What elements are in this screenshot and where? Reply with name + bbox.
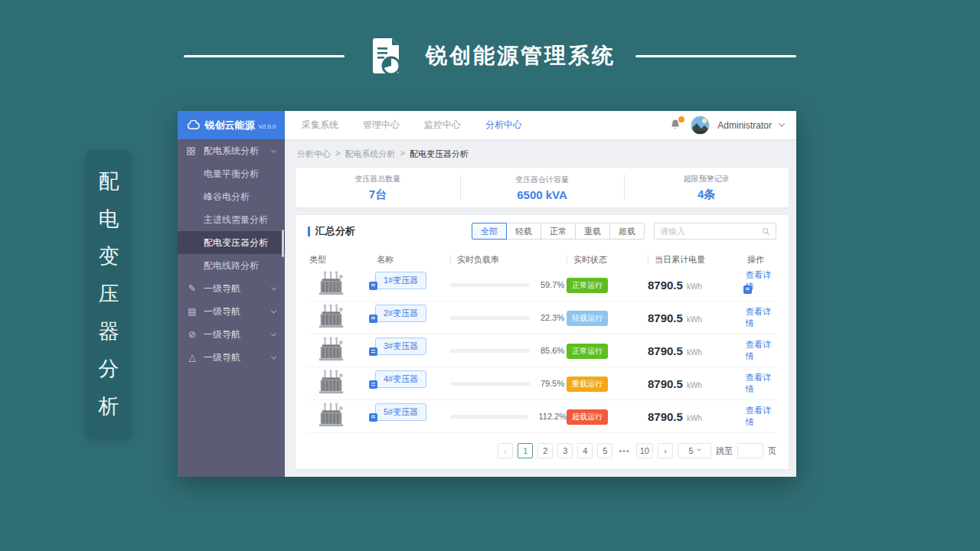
- transformer-name-button[interactable]: 4#变压器: [375, 370, 426, 388]
- header-load-rate: 实时负载率: [450, 255, 567, 264]
- pagination-page-3[interactable]: 3: [557, 443, 573, 458]
- banner-title: 锐创能源管理系统: [426, 41, 616, 70]
- sidebar-group-nav-1[interactable]: ✎ 一级导航: [178, 277, 285, 300]
- search-input[interactable]: [660, 227, 762, 236]
- search-icon[interactable]: [762, 227, 770, 236]
- table-header-row: 类型 名称 实时负载率 实时状态 当日累计电量 操作: [308, 250, 776, 269]
- pagination-ellipsis[interactable]: •••: [617, 446, 632, 455]
- load-percentage: 22.3%: [541, 313, 564, 322]
- chevron-down-icon: [271, 285, 276, 290]
- notification-bell-icon[interactable]: [669, 119, 683, 132]
- filter-overload-button[interactable]: 超载: [609, 223, 645, 240]
- pagination-page-10[interactable]: 10: [636, 443, 653, 458]
- cell-status: 重载运行: [567, 376, 648, 392]
- pagination-page-1[interactable]: 1: [518, 443, 533, 458]
- sidebar-group-label: 配电系统分析: [204, 145, 259, 158]
- notification-badge: [678, 116, 684, 122]
- sidebar-item-peak-valley[interactable]: 峰谷电分析: [178, 185, 285, 208]
- top-nav-item-manage[interactable]: 管理中心: [360, 117, 403, 133]
- sidebar-item-main-line-demand[interactable]: 主进线需量分析: [178, 208, 285, 231]
- filter-normal-button[interactable]: 正常: [541, 223, 576, 240]
- sidebar-group-nav-2[interactable]: ▤ 一级导航: [178, 300, 285, 323]
- page-size-select[interactable]: 5: [678, 443, 711, 458]
- status-badge: 重载运行: [567, 377, 608, 392]
- chevron-down-icon: [271, 308, 276, 313]
- transformer-name-button[interactable]: 2#变压器: [375, 305, 426, 322]
- list-icon: ▤: [187, 306, 198, 317]
- avatar[interactable]: [691, 116, 710, 135]
- pagination-page-2[interactable]: 2: [537, 443, 553, 458]
- app-body: 配电系统分析 电量平衡分析 峰谷电分析 主进线需量分析 配电变压器分析 配电线路…: [178, 139, 796, 477]
- sidebar-group-distribution-analysis[interactable]: 配电系统分析: [178, 139, 285, 162]
- report-badge-icon[interactable]: [369, 413, 377, 422]
- side-label-char: 分: [99, 355, 119, 383]
- pagination-page-4[interactable]: 4: [577, 443, 593, 458]
- report-badge-icon[interactable]: [743, 285, 752, 294]
- sidebar-item-transformer-analysis[interactable]: 配电变压器分析: [178, 231, 285, 254]
- stat-transformer-count: 变压器总数量 7台: [296, 168, 460, 207]
- chevron-down-icon: [271, 147, 276, 152]
- side-label-char: 压: [99, 280, 119, 308]
- cell-name: 1#变压器: [375, 272, 450, 298]
- energy-unit: kWh: [687, 315, 702, 324]
- energy-value: 8790.5: [648, 344, 683, 357]
- breadcrumb-analysis-center[interactable]: 分析中心: [297, 148, 331, 160]
- sidebar-scrollbar[interactable]: [282, 230, 284, 257]
- view-details-link[interactable]: 查看详情: [746, 339, 776, 362]
- transformer-name-button[interactable]: 3#变压器: [375, 337, 426, 355]
- sidebar-item-energy-balance[interactable]: 电量平衡分析: [178, 162, 285, 185]
- status-badge: 超载运行: [567, 409, 608, 425]
- view-details-link[interactable]: 查看详情: [746, 405, 776, 428]
- chevron-down-icon[interactable]: [779, 120, 785, 126]
- breadcrumb-distribution-analysis[interactable]: 配电系统分析: [345, 148, 395, 160]
- cell-load-rate: 22.3%: [450, 313, 567, 322]
- filter-all-button[interactable]: 全部: [472, 223, 507, 240]
- report-badge-icon[interactable]: [369, 315, 377, 323]
- sidebar-group-label: 一级导航: [204, 328, 240, 341]
- header-status: 实时状态: [567, 255, 648, 264]
- load-progress-bar: [450, 349, 530, 353]
- logo-version: V2.0.0: [258, 123, 276, 130]
- transformer-name-button[interactable]: 5#变压器: [375, 403, 426, 421]
- breadcrumb-current-page: 配电变压器分析: [410, 148, 469, 160]
- user-name[interactable]: Administrator: [717, 120, 772, 131]
- panel-head: 汇总分析 全部 轻载 正常 重载 超载: [308, 223, 776, 240]
- sidebar-item-line-analysis[interactable]: 配电线路分析: [178, 254, 285, 277]
- report-badge-icon[interactable]: [369, 347, 377, 356]
- sidebar-group-label: 一级导航: [204, 351, 240, 364]
- top-nav-item-monitor[interactable]: 监控中心: [421, 117, 464, 133]
- page-suffix-label: 页: [768, 445, 776, 457]
- banner-line-left: [184, 55, 345, 57]
- view-details-link[interactable]: 查看详情: [746, 372, 776, 395]
- report-badge-icon[interactable]: [369, 380, 377, 389]
- cloud-icon: [186, 120, 201, 130]
- cell-daily-energy: 8790.5 kWh: [648, 279, 746, 292]
- header-type: 类型: [308, 254, 375, 266]
- load-filter-group: 全部 轻载 正常 重载 超载: [472, 223, 645, 240]
- summary-panel: 汇总分析 全部 轻载 正常 重载 超载: [296, 215, 789, 469]
- app-logo[interactable]: 锐创云能源 V2.0.0: [178, 111, 285, 139]
- filter-light-load-button[interactable]: 轻载: [506, 223, 541, 240]
- cell-daily-energy: 8790.5 kWh: [648, 377, 746, 390]
- chevron-down-icon: [697, 447, 701, 452]
- energy-value: 8790.5: [648, 377, 683, 390]
- sidebar-group-nav-3[interactable]: ⊘ 一级导航: [178, 323, 285, 346]
- cell-actions: 查看详情: [746, 306, 776, 329]
- grid-icon: [187, 147, 198, 155]
- top-nav-item-analysis[interactable]: 分析中心: [482, 117, 525, 133]
- view-details-link[interactable]: 查看详情: [746, 306, 776, 329]
- cell-actions: 查看详情: [746, 405, 776, 428]
- sidebar-group-nav-4[interactable]: △ 一级导航: [178, 346, 285, 369]
- report-badge-icon[interactable]: [369, 282, 377, 290]
- transformer-name-button[interactable]: 1#变压器: [375, 272, 426, 289]
- cell-daily-energy: 8790.5 kWh: [648, 344, 746, 357]
- pagination-page-5[interactable]: 5: [597, 443, 612, 458]
- pagination-next-button[interactable]: ›: [658, 443, 673, 458]
- jump-to-page-input[interactable]: [737, 443, 763, 458]
- top-nav-item-collect[interactable]: 采集系统: [299, 117, 341, 133]
- filter-heavy-load-button[interactable]: 重载: [575, 223, 610, 240]
- pagination-prev-button[interactable]: ‹: [498, 443, 513, 458]
- page-size-value: 5: [688, 446, 693, 455]
- cell-load-rate: 79.5%: [450, 379, 567, 388]
- stat-label: 变压器合计容量: [515, 174, 569, 185]
